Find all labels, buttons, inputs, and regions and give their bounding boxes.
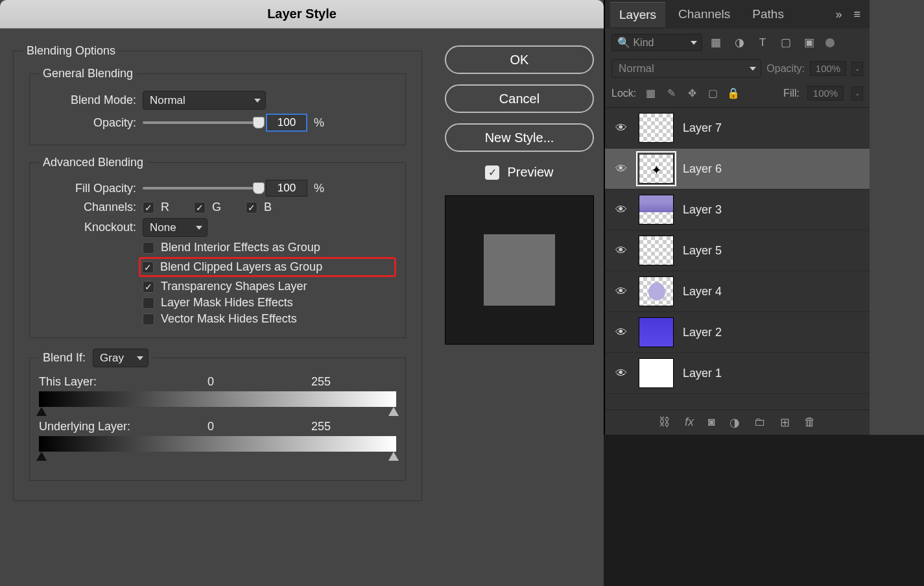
layer-row[interactable]: 👁 Layer 6 <box>605 149 870 189</box>
layer-row[interactable]: 👁 Layer 1 <box>605 353 870 394</box>
vector-mask-hides-label: Vector Mask Hides Effects <box>161 312 297 326</box>
lock-artboard-icon[interactable]: ▢ <box>706 87 719 100</box>
dialog-titlebar[interactable]: Layer Style <box>0 0 604 29</box>
layer-thumbnail[interactable] <box>639 113 674 143</box>
filter-smart-icon[interactable]: ▣ <box>802 36 816 50</box>
new-layer-icon[interactable]: ⊞ <box>780 415 790 430</box>
layer-style-dialog: Layer Style Blending Options General Ble… <box>0 0 604 586</box>
underlying-gradient[interactable] <box>39 436 396 452</box>
blend-clipped-checkbox[interactable] <box>142 262 154 273</box>
channel-b-checkbox[interactable] <box>246 202 257 214</box>
visibility-icon[interactable]: 👁 <box>613 367 630 380</box>
opacity-dropdown-icon[interactable]: ⌄ <box>851 62 863 76</box>
slider-thumb-icon[interactable] <box>253 117 265 128</box>
channel-g-label: G <box>212 201 221 214</box>
blend-interior-checkbox[interactable] <box>143 242 154 254</box>
layer-row[interactable]: 👁 Layer 3 <box>605 189 870 230</box>
fill-dropdown-icon[interactable]: ⌄ <box>851 86 863 101</box>
layer-row[interactable]: 👁 Layer 5 <box>605 230 870 271</box>
fill-value[interactable]: 100% <box>807 86 844 101</box>
tab-layers[interactable]: Layers <box>610 2 665 27</box>
adjustment-layer-icon[interactable]: ◑ <box>729 415 740 430</box>
fill-opacity-slider[interactable] <box>143 187 259 189</box>
this-layer-gradient[interactable] <box>39 391 396 407</box>
layer-row[interactable]: 👁 Layer 2 <box>605 312 870 353</box>
lock-position-icon[interactable]: ✥ <box>685 87 698 100</box>
layer-blend-mode-select[interactable]: Normal <box>611 59 761 78</box>
preview-swatch <box>445 195 594 345</box>
this-layer-black-slider[interactable] <box>36 407 47 416</box>
channel-r-checkbox[interactable] <box>143 202 154 214</box>
dialog-title: Layer Style <box>267 6 337 21</box>
filter-shape-icon[interactable]: ▢ <box>779 36 793 50</box>
lock-all-icon[interactable]: 🔒 <box>727 87 740 100</box>
layer-thumbnail[interactable] <box>639 276 674 306</box>
layer-thumbnail[interactable] <box>639 195 674 225</box>
layer-list: 👁 Layer 7 👁 Layer 6 👁 Layer 3 👁 Layer 5 … <box>605 108 870 409</box>
layer-opacity-value[interactable]: 100% <box>810 61 846 76</box>
filter-toggle-icon[interactable] <box>825 38 835 47</box>
add-mask-icon[interactable]: ◙ <box>708 415 715 430</box>
vector-mask-hides-checkbox[interactable] <box>143 313 154 325</box>
layer-mask-hides-checkbox[interactable] <box>143 297 154 309</box>
layer-mask-hides-label: Layer Mask Hides Effects <box>161 296 293 310</box>
delete-layer-icon[interactable]: 🗑 <box>804 415 816 430</box>
layer-thumbnail[interactable] <box>639 236 674 265</box>
preview-inner <box>484 234 555 306</box>
cancel-button[interactable]: Cancel <box>445 84 594 113</box>
filter-kind-select[interactable]: 🔍 Kind <box>611 34 702 51</box>
lock-paint-icon[interactable]: ✎ <box>665 87 678 100</box>
underlying-black-slider[interactable] <box>36 452 47 461</box>
opacity-input[interactable] <box>266 114 307 132</box>
preview-checkbox[interactable]: ✓ <box>485 165 499 180</box>
visibility-icon[interactable]: 👁 <box>613 121 630 135</box>
visibility-icon[interactable]: 👁 <box>613 203 630 217</box>
visibility-icon[interactable]: 👁 <box>613 326 630 339</box>
blend-if-label: Blend If: <box>43 351 86 364</box>
channel-b-label: B <box>264 201 272 214</box>
transparency-shapes-checkbox[interactable] <box>143 281 154 293</box>
blend-mode-label: Blend Mode: <box>39 93 136 107</box>
panel-menu-icon[interactable]: ≡ <box>849 8 864 21</box>
link-layers-icon[interactable]: ⛓ <box>659 415 670 430</box>
visibility-icon[interactable]: 👁 <box>613 285 630 299</box>
layer-thumbnail[interactable] <box>639 154 674 184</box>
layer-thumbnail[interactable] <box>639 358 674 388</box>
underlying-white-slider[interactable] <box>388 452 399 461</box>
knockout-select[interactable]: None <box>143 218 207 237</box>
layer-style-icon[interactable]: fx <box>685 415 694 430</box>
visibility-icon[interactable]: 👁 <box>613 162 630 176</box>
this-layer-lo: 0 <box>207 375 246 389</box>
blend-if-select[interactable]: Gray <box>93 348 148 367</box>
tab-channels[interactable]: Channels <box>669 2 739 27</box>
canvas-area <box>604 435 924 586</box>
filter-type-icon[interactable]: T <box>755 36 770 50</box>
new-group-icon[interactable]: 🗀 <box>754 415 766 430</box>
new-style-button[interactable]: New Style... <box>445 123 594 152</box>
expand-icon[interactable]: » <box>831 8 846 21</box>
tab-paths[interactable]: Paths <box>743 2 793 27</box>
filter-adjustment-icon[interactable]: ◑ <box>732 36 746 50</box>
opacity-slider[interactable] <box>143 121 259 124</box>
advanced-blending-legend: Advanced Blending <box>39 156 147 169</box>
lock-transparency-icon[interactable]: ▦ <box>644 87 657 100</box>
layer-panel-footer: ⛓ fx ◙ ◑ 🗀 ⊞ 🗑 <box>605 409 870 435</box>
ok-button[interactable]: OK <box>445 45 594 74</box>
fill-label: Fill: <box>783 88 800 99</box>
blend-mode-select[interactable]: Normal <box>143 91 266 110</box>
channel-g-checkbox[interactable] <box>194 202 206 214</box>
channels-label: Channels: <box>39 201 136 214</box>
this-layer-hi: 255 <box>311 375 350 389</box>
layer-row[interactable]: 👁 Layer 4 <box>605 271 870 312</box>
layer-opacity-label: Opacity: <box>766 63 805 75</box>
filter-pixel-icon[interactable]: ▦ <box>709 36 723 50</box>
layer-name-label: Layer 1 <box>683 367 722 380</box>
slider-thumb-icon[interactable] <box>253 182 265 194</box>
layer-thumbnail[interactable] <box>639 317 674 347</box>
this-layer-white-slider[interactable] <box>388 407 399 416</box>
layers-panel: Layers Channels Paths » ≡ 🔍 Kind ▦ ◑ T ▢… <box>604 0 870 435</box>
visibility-icon[interactable]: 👁 <box>613 244 630 258</box>
layer-name-label: Layer 2 <box>683 326 722 339</box>
layer-row[interactable]: 👁 Layer 7 <box>605 108 870 149</box>
fill-opacity-input[interactable] <box>266 180 307 197</box>
